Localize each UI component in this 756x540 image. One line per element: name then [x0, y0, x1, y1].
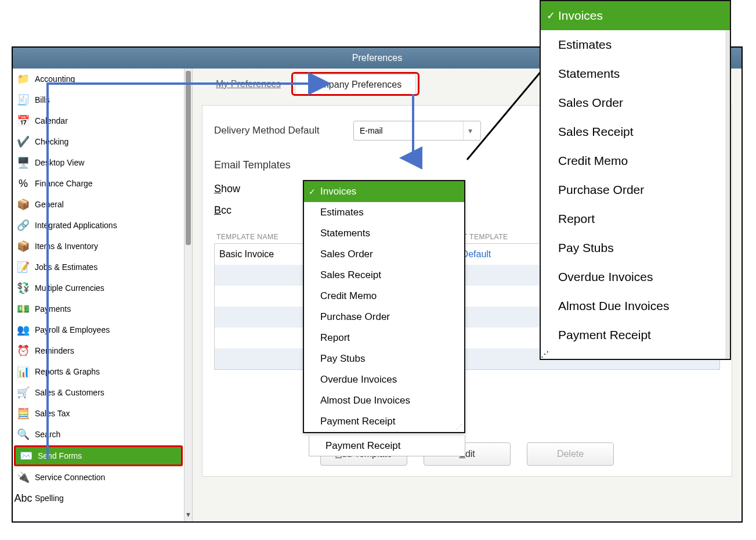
- sidebar-item-label: Desktop View: [35, 158, 84, 167]
- payments-icon: 💵: [16, 302, 30, 316]
- integrated-apps-icon: 🔗: [16, 218, 30, 232]
- menu-item-purchase-order[interactable]: Purchase Order: [541, 175, 730, 204]
- sidebar-item-integrated-applications[interactable]: 🔗Integrated Applications: [13, 215, 184, 236]
- sidebar-item-sales-customers[interactable]: 🛒Sales & Customers: [13, 382, 184, 403]
- sidebar-item-label: Send Forms: [38, 451, 82, 460]
- sidebar-item-label: Payments: [35, 304, 71, 314]
- menu-item-almost-due-invoices[interactable]: Almost Due Invoices: [541, 291, 730, 321]
- bills-icon: 🧾: [16, 93, 30, 107]
- checking-icon: ✔️: [16, 135, 30, 149]
- sidebar-item-label: Sales & Customers: [35, 388, 104, 397]
- sidebar-item-sales-tax[interactable]: 🧮Sales Tax: [13, 403, 184, 424]
- scrollbar-thumb[interactable]: [186, 71, 191, 245]
- dropdown-zoom-callout: InvoicesEstimatesStatementsSales OrderSa…: [540, 0, 731, 360]
- bcc-label: Bcc: [214, 204, 278, 217]
- menu-item-invoices[interactable]: Invoices: [541, 1, 730, 30]
- chevron-down-icon: ▾: [463, 121, 477, 140]
- tab-company-preferences[interactable]: Company Preferences: [295, 74, 416, 95]
- scroll-down-arrow[interactable]: ▼: [185, 511, 192, 521]
- sidebar-item-general[interactable]: 📦General: [13, 194, 184, 215]
- sidebar-item-label: Service Connection: [35, 473, 105, 482]
- sidebar-item-label: Sales Tax: [35, 409, 70, 418]
- menu-item-credit-memo[interactable]: Credit Memo: [304, 286, 464, 307]
- sidebar-item-jobs-estimates[interactable]: 📝Jobs & Estimates: [13, 257, 184, 278]
- sidebar-item-label: Payroll & Employees: [35, 325, 110, 334]
- sidebar-item-checking[interactable]: ✔️Checking: [13, 131, 184, 152]
- sidebar-item-label: Multiple Currencies: [35, 283, 104, 293]
- sidebar-item-label: Finance Charge: [35, 179, 93, 188]
- sidebar-scrollbar[interactable]: ▼: [184, 69, 192, 521]
- show-dropdown-menu[interactable]: InvoicesEstimatesStatementsSales OrderSa…: [303, 180, 465, 433]
- sidebar-item-desktop-view[interactable]: 🖥️Desktop View: [13, 152, 184, 173]
- sidebar-item-label: Bills: [35, 95, 50, 105]
- menu-item-sales-receipt[interactable]: Sales Receipt: [541, 117, 730, 146]
- menu-item-estimates[interactable]: Estimates: [541, 30, 730, 59]
- payroll-employees-icon: 👥: [16, 323, 30, 337]
- multiple-currencies-icon: 💱: [16, 281, 30, 295]
- sidebar-item-accounting[interactable]: 📁Accounting: [13, 69, 184, 89]
- menu-item-pay-stubs[interactable]: Pay Stubs: [541, 233, 730, 262]
- sidebar-item-payments[interactable]: 💵Payments: [13, 298, 184, 319]
- desktop-view-icon: 🖥️: [16, 156, 30, 170]
- sidebar-item-label: Jobs & Estimates: [35, 262, 97, 272]
- menu-item-payment-receipt[interactable]: Payment Receipt: [304, 411, 464, 432]
- sidebar-item-search[interactable]: 🔍Search: [13, 424, 184, 445]
- sidebar-item-service-connection[interactable]: 🔌Service Connection: [13, 467, 184, 488]
- menu-item-sales-receipt[interactable]: Sales Receipt: [304, 265, 464, 286]
- sidebar-item-label: Items & Inventory: [35, 242, 98, 251]
- menu-item-credit-memo[interactable]: Credit Memo: [541, 146, 730, 175]
- menu-item-report[interactable]: Report: [541, 204, 730, 233]
- sidebar-item-finance-charge[interactable]: %Finance Charge: [13, 173, 184, 194]
- menu-item-overdue-invoices[interactable]: Overdue Invoices: [541, 262, 730, 291]
- sales-customers-icon: 🛒: [16, 386, 30, 399]
- sidebar-item-reports-graphs[interactable]: 📊Reports & Graphs: [13, 361, 184, 382]
- sidebar-item-payroll-employees[interactable]: 👥Payroll & Employees: [13, 319, 184, 340]
- preferences-sidebar: 📁Accounting🧾Bills📅Calendar✔️Checking🖥️De…: [13, 69, 193, 521]
- sidebar-item-multiple-currencies[interactable]: 💱Multiple Currencies: [13, 278, 184, 298]
- sidebar-item-label: Spelling: [35, 494, 64, 503]
- menu-item-statements[interactable]: Statements: [541, 59, 730, 88]
- menu-item-sales-order[interactable]: Sales Order: [541, 88, 730, 117]
- menu-item-sales-order[interactable]: Sales Order: [304, 244, 464, 265]
- delivery-method-dropdown[interactable]: E-mail ▾: [353, 121, 481, 141]
- sidebar-item-label: General: [35, 200, 64, 209]
- sidebar-item-send-forms[interactable]: ✉️Send Forms: [14, 445, 183, 466]
- sidebar-item-reminders[interactable]: ⏰Reminders: [13, 340, 184, 361]
- menu-item-almost-due-invoices[interactable]: Almost Due Invoices: [304, 390, 464, 411]
- send-forms-icon: ✉️: [19, 449, 33, 463]
- accounting-icon: 📁: [16, 72, 30, 86]
- sales-tax-icon: 🧮: [16, 406, 30, 420]
- show-dropdown-trail: Payment Receipt: [309, 435, 465, 456]
- tab-my-label: My Preferences: [216, 79, 281, 89]
- sidebar-item-label: Search: [35, 430, 60, 439]
- menu-item-pay-stubs[interactable]: Pay Stubs: [304, 348, 464, 369]
- service-connection-icon: 🔌: [16, 470, 30, 484]
- sidebar-item-calendar[interactable]: 📅Calendar: [13, 110, 184, 131]
- menu-item-overdue-invoices[interactable]: Overdue Invoices: [304, 369, 464, 390]
- tab-company-label: Company Preferences: [309, 80, 401, 89]
- tab-my-preferences[interactable]: My Preferences: [202, 74, 295, 95]
- menu-item-estimates[interactable]: Estimates: [304, 202, 464, 223]
- items-inventory-icon: 📦: [16, 239, 30, 253]
- sidebar-item-label: Checking: [35, 137, 68, 146]
- menu-item-purchase-order[interactable]: Purchase Order: [304, 307, 464, 327]
- sidebar-item-label: Calendar: [35, 116, 68, 125]
- sidebar-item-label: Reminders: [35, 346, 74, 355]
- delivery-method-value: E-mail: [360, 126, 383, 135]
- sidebar-item-spelling[interactable]: AbcSpelling: [13, 488, 184, 509]
- menu-item-statements[interactable]: Statements: [304, 223, 464, 244]
- spelling-icon: Abc: [16, 491, 30, 505]
- menu-item-invoices[interactable]: Invoices: [304, 181, 464, 202]
- show-label: Show: [214, 183, 278, 195]
- sidebar-item-label: Reports & Graphs: [35, 367, 100, 376]
- menu-item-report[interactable]: Report: [304, 327, 464, 348]
- menu-item-payment-receipt[interactable]: Payment Receipt: [541, 321, 730, 350]
- reports-graphs-icon: 📊: [16, 365, 30, 379]
- delete-template-button[interactable]: Delete: [527, 442, 614, 466]
- calendar-icon: 📅: [16, 114, 30, 128]
- sidebar-item-bills[interactable]: 🧾Bills: [13, 89, 184, 110]
- reminders-icon: ⏰: [16, 344, 30, 358]
- sidebar-item-items-inventory[interactable]: 📦Items & Inventory: [13, 236, 184, 257]
- template-buttons: Add Template Edit Delete: [202, 442, 732, 466]
- search-icon: 🔍: [16, 427, 30, 441]
